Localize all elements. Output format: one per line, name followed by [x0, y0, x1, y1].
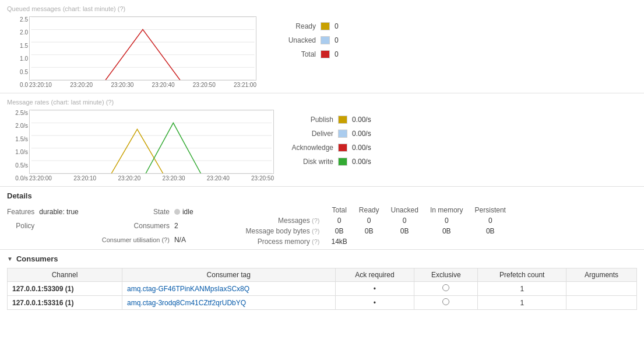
- consumer-1-channel[interactable]: 127.0.0.1:53309 (1): [8, 282, 122, 296]
- consumers-table-header: Channel Consumer tag Ack required Exclus…: [8, 268, 637, 282]
- col-prefetch-count: Prefetch count: [478, 268, 566, 282]
- legend-publish-color: [338, 116, 347, 124]
- consumer-row-1: 127.0.0.1:53309 (1) amq.ctag-GF46TPinKAN…: [8, 282, 637, 296]
- rates-x-labels: 23:20:00 23:20:10 23:20:20 23:20:30 23:2…: [29, 175, 274, 182]
- consumer-2-tag[interactable]: amq.ctag-3rodq8Cm41CZtf2qrUDbYQ: [122, 296, 335, 310]
- consumer-1-prefetch: 1: [478, 282, 566, 296]
- legend-ready-label: Ready: [263, 22, 316, 30]
- process-memory-label: Process memory (?): [240, 236, 326, 247]
- queued-x-labels: 23:20:10 23:20:20 23:20:30 23:20:40 23:2…: [29, 82, 256, 88]
- messages-inmemory: 0: [424, 215, 469, 226]
- consumer-util-row: Consumer utilisation (?) N/A: [7, 233, 193, 247]
- consumer-2-exclusive: [414, 296, 478, 310]
- legend-deliver: Deliver 0.00/s: [281, 130, 371, 138]
- features-label: Features: [7, 205, 39, 219]
- consumers-value: 2: [174, 219, 193, 233]
- details-section: Details Features durable: true State idl…: [0, 187, 644, 250]
- consumers-section: ▼ Consumers Channel Consumer tag Ack req…: [0, 250, 644, 310]
- messages-total: 0: [325, 215, 353, 226]
- details-title: Details: [7, 191, 637, 200]
- legend-unacked: Unacked 0: [263, 36, 339, 44]
- policy-value: [39, 219, 78, 233]
- state-dot: [174, 209, 180, 215]
- consumer-2-channel[interactable]: 127.0.0.1:53316 (1): [8, 296, 122, 310]
- messages-ready: 0: [353, 215, 385, 226]
- legend-publish: Publish 0.00/s: [281, 116, 371, 124]
- stats-total-header: Total: [325, 205, 353, 215]
- legend-diskwrite: Disk write 0.00/s: [281, 158, 371, 166]
- legend-deliver-color: [338, 130, 347, 138]
- legend-deliver-value: 0.00/s: [352, 130, 371, 138]
- consumer-2-ack: •: [335, 296, 414, 310]
- consumer-row-2: 127.0.0.1:53316 (1) amq.ctag-3rodq8Cm41C…: [8, 296, 637, 310]
- consumers-table: Channel Consumer tag Ack required Exclus…: [7, 268, 637, 310]
- rates-title-text: Message rates: [7, 99, 49, 106]
- state-value: idle: [174, 205, 193, 219]
- body-bytes-inmemory: 0B: [424, 226, 469, 236]
- col-exclusive: Exclusive: [414, 268, 478, 282]
- process-memory-row: Process memory (?) 14kB: [240, 236, 512, 247]
- stats-empty-header: [240, 205, 326, 215]
- legend-acknowledge-value: 0.00/s: [352, 144, 371, 152]
- legend-unacked-value: 0: [335, 36, 339, 44]
- messages-unacked: 0: [385, 215, 424, 226]
- consumer-1-exclusive: [414, 282, 478, 296]
- body-bytes-total: 0B: [325, 226, 353, 236]
- details-left-table: Features durable: true State idle Policy…: [7, 205, 193, 247]
- stats-header-row: Total Ready Unacked In memory Persistent: [240, 205, 512, 215]
- legend-unacked-color: [321, 36, 330, 44]
- rates-chart-area: 2.5/s 2.0/s 1.5/s 1.0/s 0.5/s 0.0/s: [7, 110, 258, 182]
- legend-deliver-label: Deliver: [281, 130, 333, 138]
- consumer-1-tag[interactable]: amq.ctag-GF46TPinKANMpsIaxSCx8Q: [122, 282, 335, 296]
- consumer-1-ack: •: [335, 282, 414, 296]
- legend-unacked-label: Unacked: [263, 36, 316, 44]
- stats-area: Total Ready Unacked In memory Persistent…: [240, 205, 512, 247]
- queued-messages-section: Queued messages (chart: last minute) (?)…: [0, 0, 644, 93]
- rates-legend: Publish 0.00/s Deliver 0.00/s Acknowledg…: [281, 110, 371, 166]
- rates-chart-info: (chart: last minute) (?): [51, 99, 114, 106]
- consumer-util-value: N/A: [174, 233, 193, 247]
- features-value: durable: true: [39, 205, 78, 219]
- messages-help: (?): [312, 217, 319, 224]
- body-bytes-ready: 0B: [353, 226, 385, 236]
- messages-persistent: 0: [469, 215, 512, 226]
- queued-chart-info: (chart: last minute) (?): [63, 5, 126, 12]
- stats-ready-header: Ready: [353, 205, 385, 215]
- legend-diskwrite-value: 0.00/s: [352, 158, 371, 166]
- details-grid: Features durable: true State idle Policy…: [7, 205, 637, 247]
- body-bytes-unacked: 0B: [385, 226, 424, 236]
- legend-diskwrite-label: Disk write: [281, 158, 333, 166]
- state-label: State: [102, 205, 174, 219]
- consumers-title: Consumers: [16, 254, 58, 263]
- rates-chart-wrapper: 2.5/s 2.0/s 1.5/s 1.0/s 0.5/s 0.0/s: [29, 110, 258, 182]
- consumer-util-label: Consumer utilisation (?): [102, 233, 174, 247]
- body-bytes-persistent: 0B: [469, 226, 512, 236]
- col-ack-required: Ack required: [335, 268, 414, 282]
- features-row: Features durable: true State idle: [7, 205, 193, 219]
- col-arguments: Arguments: [566, 268, 637, 282]
- stats-persistent-header: Persistent: [469, 205, 512, 215]
- body-bytes-help: (?): [312, 228, 319, 235]
- legend-acknowledge-color: [338, 144, 347, 152]
- queued-chart-row: 2.5 2.0 1.5 1.0 0.5 0.0: [7, 16, 637, 88]
- legend-ready-value: 0: [335, 22, 339, 30]
- legend-total: Total 0: [263, 50, 339, 58]
- legend-total-value: 0: [335, 50, 339, 58]
- consumer-2-prefetch: 1: [478, 296, 566, 310]
- queued-y-axis: 2.5 2.0 1.5 1.0 0.5 0.0: [10, 16, 28, 88]
- consumers-toggle[interactable]: ▼: [7, 256, 13, 262]
- legend-total-color: [321, 50, 330, 58]
- messages-label: Messages (?): [240, 215, 326, 226]
- legend-acknowledge-label: Acknowledge: [281, 144, 333, 152]
- stats-unacked-header: Unacked: [385, 205, 424, 215]
- legend-diskwrite-color: [338, 158, 347, 166]
- body-bytes-row: Message body bytes (?) 0B 0B 0B 0B 0B: [240, 226, 512, 236]
- process-memory-value: 14kB: [325, 236, 353, 247]
- policy-row: Policy Consumers 2: [7, 219, 193, 233]
- legend-publish-value: 0.00/s: [352, 116, 371, 124]
- queued-chart-box: [29, 16, 256, 81]
- legend-publish-label: Publish: [281, 116, 333, 124]
- legend-acknowledge: Acknowledge 0.00/s: [281, 144, 371, 152]
- rates-y-axis: 2.5/s 2.0/s 1.5/s 1.0/s 0.5/s 0.0/s: [10, 110, 28, 182]
- policy-label: Policy: [7, 219, 39, 233]
